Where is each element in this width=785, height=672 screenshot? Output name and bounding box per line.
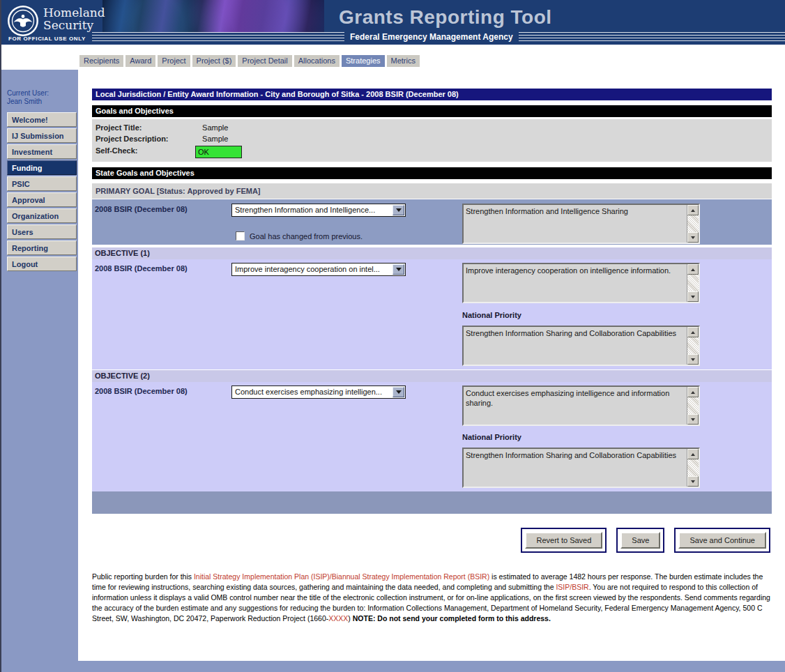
revert-button-frame: Revert to Saved (521, 528, 607, 553)
primary-goal-select[interactable]: Strengthen Information and Intelligence.… (231, 204, 406, 217)
save-and-continue-button[interactable]: Save and Continue (678, 532, 766, 549)
primary-goal-textarea[interactable]: Strengthen Information and Intelligence … (462, 204, 700, 244)
omb-number-placeholder: XXXX (328, 614, 348, 623)
scroll-down-icon[interactable] (687, 476, 699, 487)
current-user: Current User: Jean Smith (7, 89, 77, 106)
goal-changed-checkbox[interactable] (236, 231, 245, 240)
scrollbar[interactable] (687, 327, 699, 365)
sidebar-item-reporting[interactable]: Reporting (7, 240, 77, 255)
objective2-row: 2008 BSIR (December 08) Conduct exercise… (92, 382, 772, 491)
sidebar: Current User: Jean Smith Welcome! IJ Sub… (7, 89, 77, 273)
sidebar-item-organization[interactable]: Organization (7, 208, 77, 223)
tab-allocations[interactable]: Allocations (294, 55, 340, 67)
scroll-down-icon[interactable] (687, 232, 699, 243)
sidebar-item-psic[interactable]: PSIC (7, 176, 77, 191)
objective1-textarea[interactable]: Improve interagency cooperation on intel… (462, 263, 700, 303)
disclaimer-text: Public reporting burden for this (92, 572, 194, 581)
project-description-value: Sample (202, 135, 228, 143)
sidebar-item-welcome[interactable]: Welcome! (7, 112, 77, 127)
project-title-label: Project Title: (96, 123, 200, 132)
objective2-text: Conduct exercises emphasizing intelligen… (466, 388, 684, 408)
app-header: Homeland Security FOR OFFICIAL USE ONLY … (1, 0, 785, 45)
objective1-national-priority-textarea[interactable]: Strengthen Information Sharing and Colla… (462, 326, 700, 366)
app-title: Grants Reporting Tool (339, 6, 552, 29)
sidebar-item-logout[interactable]: Logout (7, 257, 77, 271)
primary-goal-selected-value: Strengthen Information and Intelligence.… (235, 206, 375, 214)
isip-bsir-short-link[interactable]: ISIP/BSIR (556, 583, 588, 591)
scroll-down-icon[interactable] (687, 354, 699, 365)
tab-strategies[interactable]: Strategies (342, 55, 385, 67)
sidebar-item-approval[interactable]: Approval (7, 192, 77, 207)
primary-goal-period-label: 2008 BSIR (December 08) (95, 205, 188, 213)
dhs-seal-icon (7, 5, 39, 37)
scrollbar[interactable] (687, 205, 699, 243)
objective2-select[interactable]: Conduct exercises emphasizing intelligen… (231, 385, 406, 399)
objective1-period-label: 2008 BSIR (December 08) (95, 264, 188, 273)
objective2-national-priority-label: National Priority (462, 433, 521, 441)
scroll-up-icon[interactable] (687, 387, 699, 397)
current-user-label: Current User: (7, 89, 77, 98)
objective2-national-priority-textarea[interactable]: Strengthen Information Sharing and Colla… (462, 448, 700, 488)
nav-tabs: Recipients Award Project Project ($) Pro… (79, 55, 420, 67)
scrollbar[interactable] (687, 449, 699, 487)
scroll-up-icon[interactable] (687, 327, 699, 337)
objective2-national-priority-text: Strengthen Information Sharing and Colla… (466, 450, 684, 460)
paperwork-burden-disclaimer: Public reporting burden for this Initial… (92, 572, 772, 624)
chevron-down-icon[interactable] (392, 387, 404, 397)
sidebar-item-users[interactable]: Users (7, 224, 77, 239)
scrollbar[interactable] (687, 387, 699, 425)
save-continue-button-frame: Save and Continue (674, 528, 770, 553)
self-check-label: Self-Check: (96, 146, 200, 155)
project-info-panel: Project Title: Sample Project Descriptio… (92, 119, 772, 162)
objective2-header: OBJECTIVE (2) (92, 370, 772, 382)
scroll-down-icon[interactable] (687, 291, 699, 302)
app-subtitle: Federal Emergency Management Agency (344, 31, 519, 43)
tab-recipients[interactable]: Recipients (79, 55, 123, 67)
chevron-down-icon[interactable] (392, 205, 404, 215)
state-goals-section-header: State Goals and Objectives (92, 167, 772, 179)
scroll-up-icon[interactable] (687, 449, 699, 459)
objective1-selected-value: Improve interagency cooperation on intel… (235, 265, 380, 273)
tab-metrics[interactable]: Metrics (387, 55, 420, 67)
revert-to-saved-button[interactable]: Revert to Saved (525, 532, 602, 549)
primary-goal-row: 2008 BSIR (December 08) Strengthen Infor… (92, 199, 772, 245)
objective1-text: Improve interagency cooperation on intel… (466, 266, 684, 275)
scrollbar[interactable] (687, 264, 699, 302)
primary-goal-header: PRIMARY GOAL [Status: Approved by FEMA] (92, 183, 772, 199)
tab-project[interactable]: Project (158, 55, 190, 67)
scroll-down-icon[interactable] (687, 414, 699, 425)
tab-strip: Recipients Award Project Project ($) Pro… (1, 45, 785, 70)
sidebar-item-investment[interactable]: Investment (7, 144, 77, 159)
grants-reporting-tool-page: Homeland Security FOR OFFICIAL USE ONLY … (0, 0, 785, 672)
isip-bsir-link[interactable]: Initial Strategy Implementation Plan (IS… (194, 572, 489, 581)
sidebar-item-funding[interactable]: Funding (7, 160, 77, 175)
tab-project-detail[interactable]: Project Detail (238, 55, 291, 67)
project-description-label: Project Description: (96, 135, 200, 143)
objective2-textarea[interactable]: Conduct exercises emphasizing intelligen… (462, 385, 700, 426)
objective2-period-label: 2008 BSIR (December 08) (95, 387, 188, 395)
self-check-row: Self-Check: (96, 146, 200, 155)
classification-banner: FOR OFFICIAL USE ONLY (8, 36, 86, 42)
objective1-select[interactable]: Improve interagency cooperation on intel… (231, 263, 406, 276)
agency-wordmark: Homeland Security (43, 6, 105, 31)
primary-goal-text: Strengthen Information and Intelligence … (466, 206, 684, 216)
agency-name-line2: Security (43, 19, 105, 31)
save-button-frame: Save (616, 528, 664, 553)
objective1-national-priority-label: National Priority (462, 311, 521, 319)
chevron-down-icon[interactable] (392, 264, 404, 275)
scroll-up-icon[interactable] (687, 205, 699, 215)
tab-project-dollars[interactable]: Project ($) (192, 55, 236, 67)
sidebar-item-ij-submission[interactable]: IJ Submission (7, 128, 77, 143)
tab-award[interactable]: Award (125, 55, 155, 67)
save-button[interactable]: Save (620, 532, 660, 549)
project-description-row: Project Description: Sample (96, 135, 228, 143)
disclaimer-note: NOTE: Do not send your completed form to… (353, 614, 551, 623)
header-photo-montage (102, 0, 324, 33)
objective1-row: 2008 BSIR (December 08) Improve interage… (92, 259, 772, 369)
goals-section-header: Goals and Objectives (92, 105, 772, 117)
scroll-up-icon[interactable] (687, 264, 699, 275)
project-title-row: Project Title: Sample (96, 123, 228, 132)
objective2-selected-value: Conduct exercises emphasizing intelligen… (235, 388, 382, 396)
current-user-name: Jean Smith (7, 98, 77, 106)
objective1-national-priority-text: Strengthen Information Sharing and Colla… (466, 328, 684, 338)
